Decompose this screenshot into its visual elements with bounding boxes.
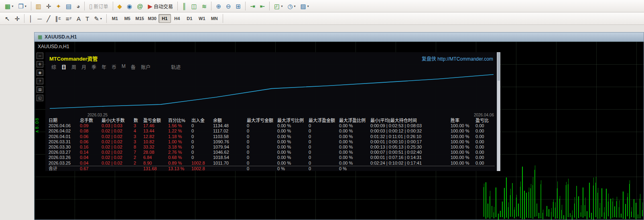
new-chart-button[interactable]: ▦▾ [2, 1, 16, 11]
data-window-icon: ✛ [46, 3, 51, 9]
panel-tab[interactable]: M [120, 63, 128, 71]
new-order-button[interactable]: ▯新订单 [87, 1, 110, 11]
panel-minimize-button[interactable]: ─ [37, 53, 43, 59]
cell: 0 [309, 134, 339, 139]
channel-tool-button[interactable]: ∥E [53, 14, 63, 23]
navigator-button[interactable]: ✦ [53, 1, 63, 11]
auto-scroll-button[interactable]: ⇥ [248, 1, 258, 11]
strategy-tester-button[interactable]: ◕ [74, 1, 82, 11]
label-tool-button[interactable]: T [83, 14, 91, 23]
mql5-community-button[interactable]: ◉ [124, 1, 134, 11]
cursor-tool-button[interactable]: ↖ [2, 14, 12, 23]
panel-scrollbar-thumb[interactable] [498, 53, 500, 81]
indicators-button[interactable]: ◰▾ [272, 1, 285, 11]
cell: 1.56 % [168, 123, 191, 128]
fibonacci-tool-button[interactable]: ≡F [63, 14, 74, 23]
toolbar-separator [223, 14, 223, 23]
timeframe-d1-button[interactable]: D1 [183, 14, 196, 23]
cell: 0.89 % [168, 161, 191, 166]
label-tool-icon: T [85, 16, 89, 22]
timeframe-m30-button[interactable]: M30 [146, 14, 158, 23]
panel-scrollbar[interactable] [497, 52, 500, 171]
candle-wick [510, 189, 511, 217]
timeframe-m5-button[interactable]: M5 [121, 14, 134, 23]
periods-button[interactable]: ◷▾ [285, 1, 298, 11]
candle [642, 210, 643, 216]
market-watch-button[interactable]: ▥ [33, 1, 44, 11]
vertical-line-tool-button[interactable]: │ [26, 14, 35, 23]
candle [506, 177, 507, 218]
panel-help-button[interactable]: ? [37, 78, 43, 84]
profiles-button[interactable]: ❐▾ [16, 1, 28, 11]
candle [508, 207, 509, 219]
timeframe-mn-button[interactable]: MN [208, 14, 221, 23]
zoom-out-button[interactable]: ⊖ [223, 1, 234, 11]
dropdown-caret-icon: ▾ [307, 4, 309, 8]
candle-wick [630, 180, 630, 219]
timeframe-w1-button[interactable]: W1 [196, 14, 208, 23]
cell: 0 [247, 166, 277, 171]
crosshair-tool-button[interactable]: ✛ [12, 14, 22, 23]
toolbar-separator [106, 14, 107, 23]
chart-canvas[interactable]: XAUUSD.n,H1 ─✛◉?▤◱ ∧8.08 MTCommander资管 复… [35, 42, 644, 220]
horizontal-line-tool-button[interactable]: ─ [35, 14, 45, 23]
panel-move-button[interactable]: ✛ [37, 61, 43, 67]
panel-dock-button[interactable]: ◱ [37, 95, 43, 101]
panel-target-button[interactable]: ◉ [37, 69, 43, 76]
panel-tab[interactable]: 年 [100, 63, 108, 71]
data-window-button[interactable]: ✛ [44, 1, 54, 11]
candle-wick [632, 207, 632, 217]
table-row: 2026.04.010.060.02 | 0.02312.821.18 %011… [49, 134, 495, 139]
timeframe-h4-button[interactable]: H4 [171, 14, 183, 23]
text-tool-button[interactable]: A [74, 14, 83, 23]
candle [504, 188, 505, 219]
cell: 8 [134, 145, 143, 150]
cell: 0 [247, 134, 277, 139]
chart-shift-button[interactable]: ⇤ [258, 1, 268, 11]
timeframe-h1-button[interactable]: H1 [158, 14, 171, 23]
terminal-button[interactable]: ▤ [63, 1, 74, 11]
shapes-tool-button[interactable]: ✎▾ [91, 14, 104, 23]
candle [496, 187, 496, 217]
candle [532, 185, 533, 219]
candle [568, 184, 569, 217]
candle [502, 202, 503, 217]
candle [540, 184, 541, 218]
cell: 0.00 % [277, 145, 309, 150]
cell: 3 [134, 123, 143, 128]
toolbar-separator [245, 2, 246, 10]
panel-tab[interactable]: 季 [89, 63, 98, 71]
mql5-mail-button[interactable]: @ [134, 1, 145, 11]
panel-list-button[interactable]: ▤ [37, 86, 43, 93]
panel-brand-link[interactable]: 复盘侠 http://MTCommander.com [422, 55, 493, 62]
line-chart-mode-button[interactable]: ≋ [199, 1, 209, 11]
panel-tab[interactable]: 周 [69, 63, 78, 71]
tile-windows-button[interactable]: ⊞ [234, 1, 244, 11]
panel-tab[interactable]: 轨迹 [169, 63, 183, 71]
candle-wick [598, 188, 598, 219]
candle-wick [581, 205, 581, 217]
cell: 33.32 [143, 145, 168, 150]
panel-tab[interactable]: 综 [49, 63, 58, 71]
candle [561, 210, 562, 219]
autotrade-button[interactable]: ▶自动交易 [145, 1, 175, 11]
cell: 0:00:01 | 0:07:16 | 0:14:31 [370, 155, 451, 160]
candlestick-mode-button[interactable]: ◫ [189, 1, 199, 11]
cell: 0 [247, 161, 277, 166]
chart-window-titlebar[interactable]: ▦ XAUUSD.n,H1 [35, 33, 644, 42]
panel-tab[interactable]: 币 [110, 63, 118, 71]
panel-tab[interactable]: 日 [59, 63, 68, 71]
panel-tab[interactable]: 月 [79, 63, 88, 71]
cell: 0.02 | 0.02 [102, 139, 134, 145]
bar-chart-mode-button[interactable]: ║ [180, 1, 189, 11]
templates-button[interactable]: ▨▾ [298, 1, 311, 11]
timeframe-m15-button[interactable]: M15 [134, 14, 146, 23]
candle [636, 203, 636, 219]
metaeditor-button[interactable]: ◆ [115, 1, 125, 11]
panel-tab[interactable]: 备 [129, 63, 138, 71]
trendline-tool-button[interactable]: ╱ [44, 14, 53, 23]
timeframe-m1-button[interactable]: M1 [109, 14, 121, 23]
panel-tab[interactable]: 账户 [139, 63, 152, 71]
candle [510, 195, 511, 217]
zoom-in-button[interactable]: ⊕ [213, 1, 223, 11]
